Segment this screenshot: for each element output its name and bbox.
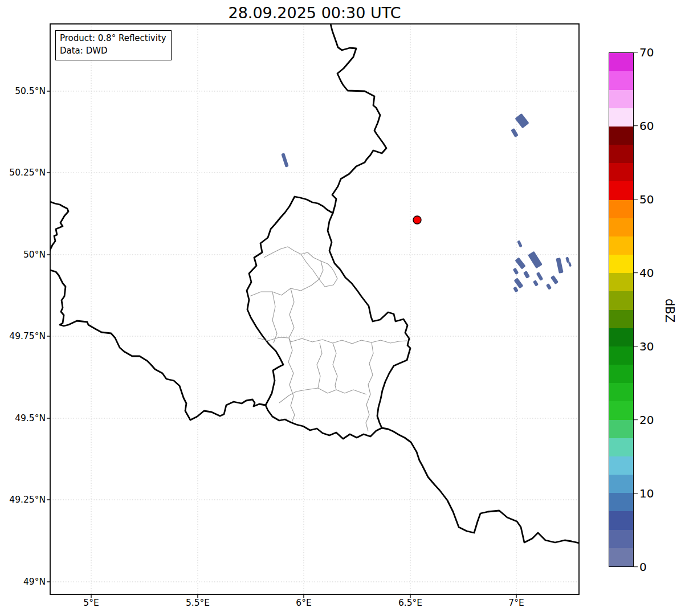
colorbar-tick-label: 50 xyxy=(639,193,654,206)
givet-salient-border xyxy=(48,201,68,255)
y-tick-label: 49°N xyxy=(0,576,46,588)
gridlines xyxy=(50,24,579,594)
y-tick-label: 50.5°N xyxy=(0,85,46,97)
colorbar-segment xyxy=(609,291,633,309)
colorbar-segment xyxy=(609,511,633,529)
colorbar-tick-mark xyxy=(634,566,638,567)
echo-cell xyxy=(513,287,519,293)
colorbar-tick-mark xyxy=(634,419,638,420)
y-tick-label: 49.75°N xyxy=(0,331,46,342)
y-tick-label: 50.25°N xyxy=(0,167,46,178)
colorbar-segment xyxy=(609,255,633,273)
echo-cell xyxy=(551,275,558,284)
y-tick-label: 49.5°N xyxy=(0,413,46,424)
echo-cell xyxy=(528,251,543,269)
colorbar-segment xyxy=(609,273,633,291)
colorbar-segment xyxy=(609,181,633,199)
luxembourg-outline xyxy=(247,197,410,439)
france-germany-border xyxy=(382,428,579,543)
colorbar-tick-label: 60 xyxy=(639,119,654,133)
echo-cell xyxy=(546,283,552,290)
colorbar-tick-mark xyxy=(634,272,638,273)
colorbar-tick-mark xyxy=(634,493,638,493)
x-tick-label: 7°E xyxy=(494,598,539,608)
colorbar-segment xyxy=(609,420,633,438)
x-tick-label: 6°E xyxy=(281,598,327,608)
map-frame xyxy=(50,24,579,594)
colorbar-segment xyxy=(609,200,633,218)
colorbar-segment xyxy=(609,145,633,163)
colorbar-segment xyxy=(609,108,633,127)
colorbar xyxy=(609,52,634,567)
colorbar-tick-label: 20 xyxy=(639,413,654,427)
colorbar-segment xyxy=(609,530,633,548)
france-belgium-border xyxy=(48,270,266,420)
colorbar-segment xyxy=(609,218,633,236)
echo-cell xyxy=(565,256,570,263)
radar-site-marker xyxy=(413,216,421,224)
y-tick-label: 49.25°N xyxy=(0,494,46,505)
colorbar-segment xyxy=(609,127,633,145)
colorbar-segment xyxy=(609,90,633,108)
echo-cell xyxy=(513,268,519,275)
x-tick-label: 6.5°E xyxy=(388,598,433,608)
colorbar-tick-label: 40 xyxy=(639,266,654,280)
map-plot xyxy=(0,0,685,616)
echo-cell xyxy=(536,272,544,281)
echo-cell xyxy=(515,113,529,129)
product-info-box: Product: 0.8° Reflectivity Data: DWD xyxy=(55,30,172,60)
colorbar-tick-mark xyxy=(634,125,638,126)
echo-cell xyxy=(533,280,539,287)
colorbar-segment xyxy=(609,236,633,255)
colorbar-segment xyxy=(609,346,633,365)
colorbar-tick-label: 30 xyxy=(639,340,654,353)
echo-cell xyxy=(568,262,572,267)
product-info-line1: Product: 0.8° Reflectivity xyxy=(60,32,166,45)
colorbar-tick-mark xyxy=(634,346,638,346)
axis-tick-marks xyxy=(47,91,516,598)
x-tick-label: 5°E xyxy=(68,598,114,608)
echo-cell xyxy=(556,258,563,274)
colorbar-tick-mark xyxy=(634,199,638,199)
colorbar-segment xyxy=(609,365,633,383)
colorbar-segment xyxy=(609,383,633,401)
echo-cell xyxy=(517,240,523,248)
colorbar-segment xyxy=(609,438,633,456)
colorbar-segment xyxy=(609,493,633,511)
colorbar-segment xyxy=(609,401,633,419)
echo-cell xyxy=(281,153,288,168)
luxembourg-canton-borders xyxy=(250,247,407,431)
colorbar-tick-label: 0 xyxy=(639,560,647,574)
colorbar-segment xyxy=(609,475,633,493)
colorbar-segment xyxy=(609,163,633,181)
colorbar-tick-label: 70 xyxy=(639,46,654,59)
x-tick-label: 5.5°E xyxy=(175,598,221,608)
radar-figure: 28.09.2025 00:30 UTC xyxy=(0,0,685,616)
echo-cell xyxy=(511,128,519,137)
colorbar-segment xyxy=(609,53,633,71)
colorbar-axis-label: dBZ xyxy=(661,291,678,331)
radar-echoes xyxy=(281,113,572,293)
colorbar-segment xyxy=(609,310,633,328)
belgium-germany-border xyxy=(331,24,386,213)
colorbar-tick-mark xyxy=(634,52,638,52)
colorbar-segment xyxy=(609,328,633,346)
product-info-line2: Data: DWD xyxy=(60,45,166,58)
echo-cell xyxy=(523,271,530,279)
colorbar-tick-label: 10 xyxy=(639,487,654,500)
colorbar-segment xyxy=(609,548,633,566)
y-tick-label: 50°N xyxy=(0,249,46,260)
colorbar-segment xyxy=(609,456,633,475)
colorbar-segment xyxy=(609,71,633,89)
